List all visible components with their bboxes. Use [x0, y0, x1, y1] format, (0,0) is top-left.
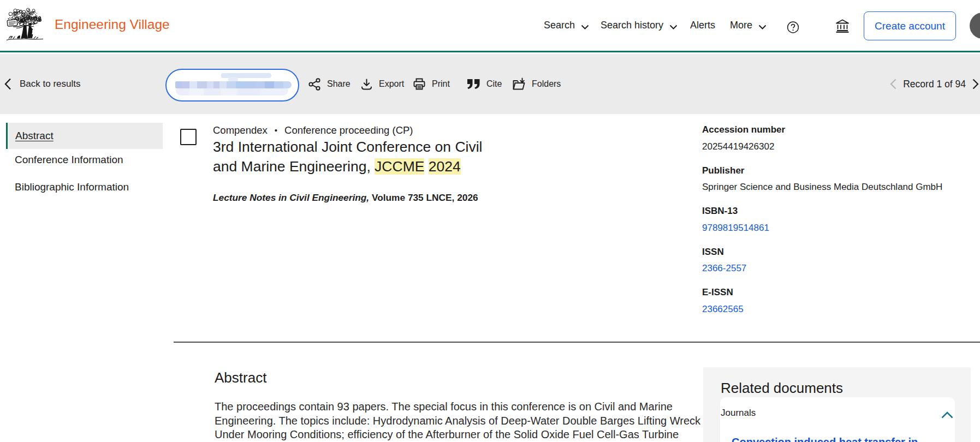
results-toolbar: Back to results Share Export — [0, 54, 980, 114]
meta-label: E-ISSN — [702, 287, 975, 298]
sidebar-item-abstract[interactable]: Abstract — [6, 123, 163, 149]
section-divider — [174, 342, 980, 343]
cite-icon — [467, 79, 480, 89]
isbn13-link[interactable]: 9789819514861 — [702, 223, 975, 234]
doc-type-label: Conference proceeding (CP) — [284, 124, 413, 136]
meta-accession-number: Accession number 20254419426302 — [702, 124, 975, 152]
meta-eissn: E-ISSN 23662565 — [702, 287, 975, 315]
record-position-label: Record 1 of 94 — [903, 79, 966, 90]
print-icon — [413, 77, 426, 91]
action-label: Folders — [532, 79, 561, 89]
record-title: 3rd International Joint Conference on Ci… — [213, 138, 497, 176]
nav-label: More — [730, 20, 752, 31]
share-icon — [308, 78, 321, 91]
abstract-heading: Abstract — [215, 369, 266, 386]
nav-search[interactable]: Search — [544, 0, 590, 51]
print-button[interactable]: Print — [413, 54, 450, 114]
nav-alerts[interactable]: Alerts — [690, 0, 715, 51]
chevron-down-icon — [580, 25, 590, 29]
meta-label: Publisher — [702, 165, 975, 176]
select-record-checkbox[interactable] — [180, 129, 197, 145]
title-space — [424, 158, 428, 175]
top-header: Engineering Village Search Search histor… — [0, 0, 980, 52]
separator-dot: • — [275, 124, 277, 136]
related-documents-card: Journals Convection induced heat transfe… — [720, 397, 955, 442]
folders-icon — [512, 77, 526, 91]
journals-accordion-label[interactable]: Journals — [721, 408, 756, 419]
record-section-nav: Abstract Conference Information Bibliogr… — [0, 123, 163, 193]
series-title-italic: Lecture Notes in Civil Engineering, — [213, 192, 369, 203]
institution-icon[interactable] — [835, 19, 850, 32]
share-button[interactable]: Share — [308, 54, 351, 114]
elsevier-tree-logo — [5, 7, 45, 43]
related-documents-panel: Related documents Journals Convection in… — [703, 367, 971, 442]
sidebar-item-conference-information[interactable]: Conference Information — [15, 154, 163, 166]
nav-more[interactable]: More — [730, 0, 767, 51]
back-label: Back to results — [20, 79, 81, 89]
chevron-up-icon[interactable] — [941, 411, 953, 419]
related-documents-title: Related documents — [721, 380, 843, 397]
meta-value: 20254419426302 — [702, 141, 975, 152]
record-pagination: Record 1 of 94 — [890, 54, 980, 114]
help-icon[interactable] — [787, 21, 799, 33]
meta-isbn13: ISBN-13 9789819514861 — [702, 206, 975, 234]
series-volume: Volume 735 LNCE, 2026 — [369, 192, 478, 203]
highlight-2024: 2024 — [429, 158, 461, 175]
redacted-query-blob — [175, 81, 292, 88]
back-to-results-link[interactable]: Back to results — [4, 54, 81, 114]
eissn-link[interactable]: 23662565 — [702, 304, 975, 315]
meta-issn: ISSN 2366-2557 — [702, 247, 975, 274]
nav-label: Search history — [601, 20, 663, 31]
chevron-left-icon — [4, 78, 11, 90]
folders-button[interactable]: Folders — [512, 54, 561, 114]
previous-record-icon[interactable] — [890, 79, 896, 89]
search-query-box[interactable] — [165, 69, 299, 101]
create-account-button[interactable]: Create account — [864, 11, 956, 40]
nav-search-history[interactable]: Search history — [601, 0, 678, 51]
next-record-icon[interactable] — [972, 79, 979, 89]
chevron-down-icon — [758, 25, 767, 29]
series-line: Lecture Notes in Civil Engineering, Volu… — [213, 192, 478, 204]
nav-label: Search — [544, 20, 575, 31]
cite-button[interactable]: Cite — [467, 54, 502, 114]
sidebar-item-bibliographic-information[interactable]: Bibliographic Information — [15, 181, 163, 193]
redacted-query-blob — [176, 88, 288, 95]
sidebar-item-label: Abstract — [15, 130, 54, 142]
related-journal-link[interactable]: Convection induced heat transfer in — [732, 435, 950, 442]
abstract-text: The proceedings contain 93 papers. The s… — [215, 400, 706, 442]
sidebar-item-label: Conference Information — [15, 154, 123, 165]
record-meta-line: Compendex • Conference proceeding (CP) — [213, 124, 413, 136]
issn-link[interactable]: 2366-2557 — [702, 263, 975, 274]
meta-value: Springer Science and Business Media Deut… — [702, 182, 975, 193]
meta-label: ISBN-13 — [702, 206, 975, 217]
export-icon — [360, 78, 373, 91]
meta-label: ISSN — [702, 247, 975, 258]
meta-publisher: Publisher Springer Science and Business … — [702, 165, 975, 193]
record-metadata-column: Accession number 20254419426302 Publishe… — [702, 124, 975, 328]
action-label: Share — [327, 79, 351, 89]
action-label: Export — [379, 79, 404, 89]
meta-label: Accession number — [702, 124, 975, 135]
action-label: Cite — [486, 79, 502, 89]
avatar[interactable] — [970, 13, 980, 39]
page: Engineering Village Search Search histor… — [0, 0, 980, 442]
highlight-jccme: JCCME — [375, 158, 424, 175]
export-button[interactable]: Export — [360, 54, 404, 114]
database-label: Compendex — [213, 124, 268, 136]
action-label: Print — [432, 79, 450, 89]
sidebar-item-label: Bibliographic Information — [15, 181, 129, 193]
brand-name: Engineering Village — [55, 17, 170, 32]
nav-label: Alerts — [690, 20, 715, 31]
chevron-down-icon — [669, 25, 678, 29]
